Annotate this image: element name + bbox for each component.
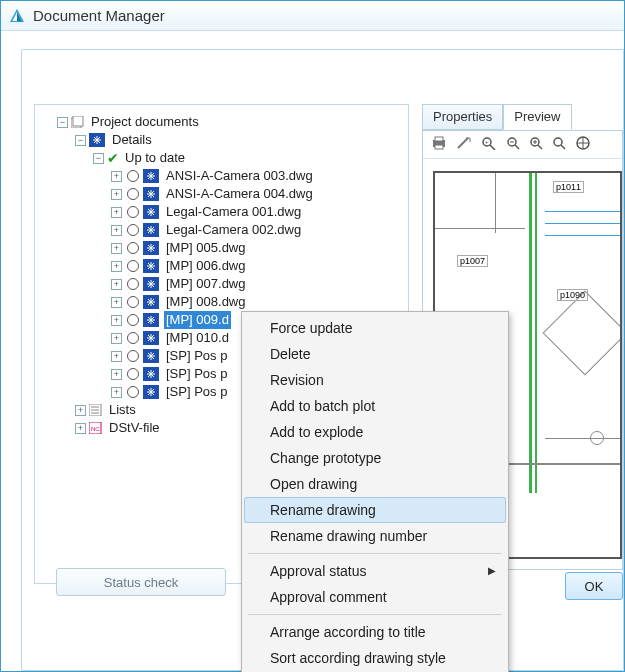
print-icon[interactable] (431, 136, 447, 153)
expand-icon[interactable]: + (75, 423, 86, 434)
measure-icon[interactable] (456, 136, 472, 153)
menu-change-prototype[interactable]: Change prototype (244, 445, 506, 471)
tree-file-item[interactable]: +ANSI-A-Camera 004.dwg (57, 185, 404, 203)
menu-revision[interactable]: Revision (244, 367, 506, 393)
svg-line-26 (561, 145, 565, 149)
tree-file-label: [MP] 005.dwg (164, 239, 248, 257)
expand-icon[interactable]: + (111, 189, 122, 200)
tree-file-label: [MP] 008.dwg (164, 293, 248, 311)
label-p1090: p1090 (557, 289, 588, 301)
tree-file-item[interactable]: +Legal-Camera 002.dwg (57, 221, 404, 239)
svg-rect-13 (435, 137, 443, 141)
expand-icon[interactable]: + (111, 225, 122, 236)
tree-dstv-label: DStV-file (107, 419, 162, 437)
status-circle-icon (127, 242, 139, 254)
tree-root[interactable]: − Project documents (57, 113, 404, 131)
dwg-icon (143, 313, 159, 327)
ok-button[interactable]: OK (565, 572, 623, 600)
dwg-icon (143, 331, 159, 345)
tree-file-label: ANSI-A-Camera 003.dwg (164, 167, 315, 185)
tree-file-label: Legal-Camera 001.dwg (164, 203, 303, 221)
dwg-icon (143, 349, 159, 363)
lists-icon (89, 404, 103, 416)
expand-icon[interactable]: + (111, 297, 122, 308)
tab-properties[interactable]: Properties (422, 104, 503, 130)
pan-icon[interactable] (575, 135, 591, 154)
status-circle-icon (127, 206, 139, 218)
menu-delete[interactable]: Delete (244, 341, 506, 367)
menu-add-batch-plot[interactable]: Add to batch plot (244, 393, 506, 419)
tree-uptodate[interactable]: − ✔ Up to date (57, 149, 404, 167)
expand-icon[interactable]: + (111, 261, 122, 272)
status-circle-icon (127, 170, 139, 182)
menu-separator (248, 553, 502, 554)
tree-file-item[interactable]: +ANSI-A-Camera 003.dwg (57, 167, 404, 185)
menu-sort-style[interactable]: Sort according drawing style (244, 645, 506, 671)
menu-separator (248, 614, 502, 615)
tree-root-label: Project documents (89, 113, 201, 131)
expand-icon[interactable]: + (111, 351, 122, 362)
zoom-out-icon[interactable] (506, 136, 520, 153)
svg-line-19 (515, 145, 519, 149)
document-manager-window: Document Manager − Project documents − (0, 0, 625, 672)
expand-icon[interactable]: + (111, 315, 122, 326)
expand-icon[interactable]: + (111, 207, 122, 218)
svg-point-25 (554, 138, 562, 146)
context-menu: Force update Delete Revision Add to batc… (241, 311, 509, 672)
submenu-arrow-icon: ▶ (488, 565, 496, 576)
label-p1007: p1007 (457, 255, 488, 267)
svg-rect-14 (435, 145, 443, 149)
dwg-icon (143, 187, 159, 201)
tree-file-item[interactable]: +Legal-Camera 001.dwg (57, 203, 404, 221)
app-icon (9, 8, 25, 24)
tabs: Properties Preview (422, 104, 572, 130)
label-p1011: p1011 (553, 181, 584, 193)
expand-icon[interactable]: + (111, 369, 122, 380)
collapse-icon[interactable]: − (75, 135, 86, 146)
menu-rename-drawing-number[interactable]: Rename drawing number (244, 523, 506, 549)
status-circle-icon (127, 314, 139, 326)
menu-approval-status[interactable]: Approval status▶ (244, 558, 506, 584)
expand-icon[interactable]: + (111, 387, 122, 398)
tree-file-item[interactable]: +[MP] 005.dwg (57, 239, 404, 257)
tree-file-label: ANSI-A-Camera 004.dwg (164, 185, 315, 203)
zoom-extents-icon[interactable]: + (481, 136, 497, 153)
svg-line-22 (538, 145, 542, 149)
expand-icon[interactable]: + (111, 333, 122, 344)
menu-open-drawing[interactable]: Open drawing (244, 471, 506, 497)
expand-icon[interactable]: + (75, 405, 86, 416)
tab-preview[interactable]: Preview (503, 104, 571, 130)
tree-details[interactable]: − Details (57, 131, 404, 149)
tree-file-label: [MP] 007.dwg (164, 275, 248, 293)
menu-force-update[interactable]: Force update (244, 315, 506, 341)
status-circle-icon (127, 350, 139, 362)
status-circle-icon (127, 386, 139, 398)
dwg-icon (143, 277, 159, 291)
expand-icon[interactable]: + (111, 243, 122, 254)
tree-uptodate-label: Up to date (123, 149, 187, 167)
dwg-icon (143, 385, 159, 399)
tree-file-label: Legal-Camera 002.dwg (164, 221, 303, 239)
dwg-icon (143, 367, 159, 381)
collapse-icon[interactable]: − (57, 117, 68, 128)
status-circle-icon (127, 296, 139, 308)
menu-arrange-title[interactable]: Arrange according to title (244, 619, 506, 645)
svg-text:NC: NC (91, 426, 100, 432)
zoom-window-icon[interactable] (552, 136, 566, 153)
tree-file-item[interactable]: +[MP] 006.dwg (57, 257, 404, 275)
tree-file-label: [MP] 009.d (164, 311, 231, 329)
zoom-in-icon[interactable] (529, 136, 543, 153)
menu-add-explode[interactable]: Add to explode (244, 419, 506, 445)
status-circle-icon (127, 260, 139, 272)
status-circle-icon (127, 278, 139, 290)
expand-icon[interactable]: + (111, 171, 122, 182)
tree-file-label: [MP] 010.d (164, 329, 231, 347)
svg-text:+: + (485, 139, 489, 145)
tree-file-item[interactable]: +[MP] 008.dwg (57, 293, 404, 311)
menu-approval-comment[interactable]: Approval comment (244, 584, 506, 610)
menu-rename-drawing[interactable]: Rename drawing (244, 497, 506, 523)
tree-file-item[interactable]: +[MP] 007.dwg (57, 275, 404, 293)
collapse-icon[interactable]: − (93, 153, 104, 164)
expand-icon[interactable]: + (111, 279, 122, 290)
status-check-button[interactable]: Status check (56, 568, 226, 596)
